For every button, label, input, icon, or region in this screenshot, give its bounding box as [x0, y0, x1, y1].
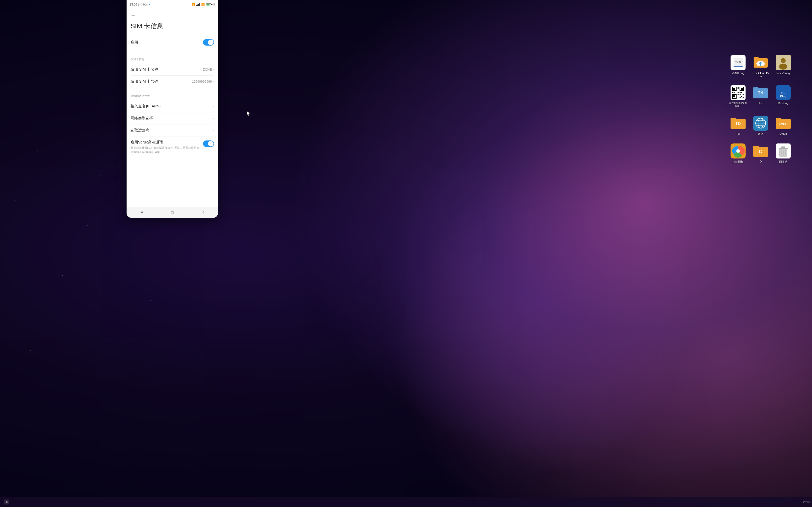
- edit-section: 编辑卡信息 编辑 SIM 卡名称 ZONE › 编辑 SIM 卡号码 19999…: [126, 53, 218, 88]
- battery-level: 44: [212, 3, 215, 6]
- svg-rect-3: [733, 66, 743, 67]
- enable-row: 启用: [131, 36, 214, 49]
- network-section: 运营商网络设置 接入点名称 (APN) › 网络类型选择 › 选取运营商 › 启…: [126, 90, 218, 158]
- network-icon-label: 网络: [758, 132, 763, 136]
- o-icon-label: O: [760, 160, 762, 163]
- rex-cloud-icon-label: Rex Cloud Disk: [752, 72, 769, 77]
- status-time: 23:06: [130, 3, 137, 6]
- svg-rect-21: [741, 88, 743, 90]
- apn-row[interactable]: 接入点名称 (APN) ›: [131, 100, 214, 112]
- chevron-icon-3: ›: [213, 104, 214, 108]
- bottom-nav: ≡ □ <: [126, 207, 218, 218]
- svg-rect-33: [740, 94, 741, 95]
- ever-icon-img: EVER: [776, 116, 791, 131]
- svg-rect-29: [738, 92, 739, 93]
- svg-rect-37: [740, 97, 741, 98]
- status-left: 23:06 | 434K/s: [130, 3, 150, 6]
- phone-frame: 23:06 | 434K/s 📶 📶: [126, 0, 218, 218]
- desktop-icon-o[interactable]: O O: [752, 144, 769, 163]
- enable-toggle[interactable]: [203, 39, 214, 46]
- svg-rect-36: [743, 97, 744, 98]
- edit-name-row[interactable]: 编辑 SIM 卡名称 ZONE ›: [131, 64, 214, 75]
- edit-name-value: ZONE: [203, 68, 212, 71]
- taskbar-right: 23:06: [803, 501, 810, 504]
- chevron-icon-2: ›: [213, 79, 214, 83]
- nav-home-button[interactable]: □: [166, 208, 179, 217]
- control-icon-label: 控制面板: [732, 160, 744, 164]
- desktop-icon-qr[interactable]: 科技超管说100群群聊...: [729, 85, 747, 108]
- status-speed: 434K/s: [140, 3, 148, 6]
- svg-rect-30: [740, 92, 741, 93]
- desktop-icons-container: VoNR VoNR.png: [729, 55, 792, 164]
- desktop-icon-network[interactable]: 网络: [752, 116, 769, 136]
- page-title: SIM 卡信息: [126, 20, 218, 36]
- rexking-icon-img: Rex King: [776, 85, 791, 100]
- network-section-label: 运营商网络设置: [131, 94, 214, 98]
- chevron-icon-5: ›: [213, 128, 214, 132]
- vonr-row: 启用VoNR高清通话 开启后在驻留5G时会尝试连接VoNR网络，从而获得更好的通…: [131, 136, 214, 158]
- enable-label: 启用: [131, 40, 138, 45]
- bluetooth-icon: 📶: [192, 3, 195, 6]
- svg-rect-65: [781, 147, 785, 148]
- mouse-cursor: [247, 110, 250, 115]
- desktop-icon-control[interactable]: 控制面板: [729, 144, 747, 164]
- rex-zhang-icon-label: Rex Zhang: [776, 72, 790, 75]
- svg-rect-60: [753, 146, 759, 148]
- td-icon-label: TD: [736, 132, 740, 135]
- battery-icon: [206, 3, 211, 6]
- status-bar: 23:06 | 434K/s 📶 📶: [126, 0, 218, 9]
- edit-number-value-container: 19999999999 ›: [192, 79, 214, 83]
- edit-name-value-container: ZONE ›: [203, 68, 214, 72]
- status-dot: [149, 4, 150, 5]
- desktop-icon-rex-cloud[interactable]: Rex Cloud Disk: [752, 55, 769, 77]
- back-arrow-icon[interactable]: ←: [131, 12, 136, 18]
- taskbar: ⊞ 23:06: [0, 497, 812, 507]
- vonr-title: 启用VoNR高清通话: [131, 140, 201, 145]
- desktop-icon-tn[interactable]: TN TN: [752, 85, 769, 105]
- vonr-desc: 开启后在驻留5G时会尝试连接VoNR网络，从而获得更好的通信业务(通话等)体验: [131, 146, 201, 154]
- taskbar-start[interactable]: ⊞: [2, 499, 11, 505]
- svg-rect-35: [741, 96, 742, 97]
- svg-rect-45: [730, 118, 736, 120]
- trash-icon-img: [776, 144, 791, 159]
- edit-number-row[interactable]: 编辑 SIM 卡号码 19999999999 ›: [131, 75, 214, 88]
- svg-rect-54: [776, 118, 781, 120]
- chevron-icon-4: ›: [213, 116, 214, 120]
- svg-point-58: [736, 149, 740, 153]
- phone-content: ← SIM 卡信息 启用 编辑卡信息 编辑 SIM 卡名称 ZONE: [126, 9, 218, 207]
- svg-rect-34: [743, 94, 744, 95]
- rexking-icon-label: RexKing: [778, 102, 789, 105]
- desktop-icon-vonr[interactable]: VoNR VoNR.png: [729, 55, 747, 75]
- td-icon-img: TD: [730, 116, 746, 131]
- svg-rect-27: [732, 92, 733, 93]
- chevron-icon-1: ›: [213, 68, 214, 72]
- desktop-icon-rexking[interactable]: Rex King RexKing: [774, 85, 792, 105]
- desktop-icon-rex-zhang[interactable]: Rex Zhang: [774, 55, 792, 75]
- svg-text:VoNR: VoNR: [735, 61, 741, 63]
- svg-rect-25: [738, 87, 739, 88]
- select-carrier-label: 选取运营商: [131, 128, 149, 133]
- svg-point-13: [782, 60, 783, 61]
- select-carrier-row[interactable]: 选取运营商 ›: [131, 124, 214, 136]
- apn-label: 接入点名称 (APN): [131, 104, 161, 109]
- network-type-row[interactable]: 网络类型选择 ›: [131, 112, 214, 124]
- svg-rect-28: [733, 92, 734, 93]
- svg-text:TD: TD: [735, 121, 741, 126]
- vonr-toggle[interactable]: [203, 140, 214, 147]
- nav-back-button[interactable]: <: [197, 208, 209, 217]
- network-icon-img: [753, 116, 768, 131]
- svg-text:King: King: [780, 95, 786, 98]
- svg-rect-5: [754, 57, 759, 59]
- svg-rect-31: [741, 92, 742, 93]
- ever-icon-label: EVER: [779, 132, 787, 135]
- back-button[interactable]: ←: [126, 9, 218, 20]
- desktop-icon-trash[interactable]: 回收站: [774, 144, 792, 164]
- svg-text:Rex: Rex: [781, 92, 786, 95]
- vonr-text: 启用VoNR高清通话 开启后在驻留5G时会尝试连接VoNR网络，从而获得更好的通…: [131, 140, 201, 154]
- desktop-icon-ever[interactable]: EVER EVER: [774, 116, 792, 135]
- control-icon-img: [730, 144, 746, 159]
- desktop-icon-td[interactable]: TD TD: [729, 116, 747, 135]
- rex-cloud-icon-img: [753, 55, 768, 70]
- svg-point-14: [784, 60, 785, 61]
- nav-menu-button[interactable]: ≡: [136, 208, 148, 217]
